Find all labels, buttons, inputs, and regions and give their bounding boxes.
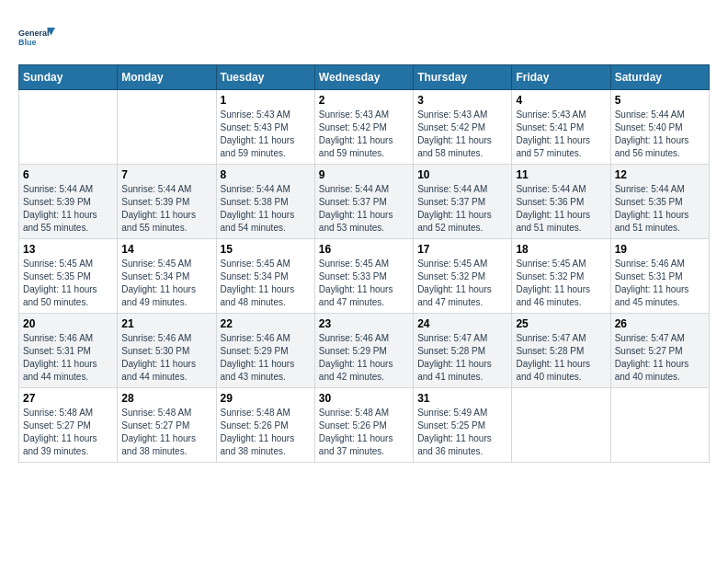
calendar-cell: 1Sunrise: 5:43 AM Sunset: 5:43 PM Daylig… — [216, 90, 314, 165]
day-info: Sunrise: 5:45 AM Sunset: 5:32 PM Dayligh… — [516, 258, 606, 309]
calendar-table: SundayMondayTuesdayWednesdayThursdayFrid… — [18, 64, 710, 463]
calendar-cell: 30Sunrise: 5:48 AM Sunset: 5:26 PM Dayli… — [314, 388, 413, 463]
calendar-cell: 12Sunrise: 5:44 AM Sunset: 5:35 PM Dayli… — [610, 165, 709, 239]
weekday-header: Monday — [118, 65, 216, 90]
day-number: 6 — [23, 168, 113, 181]
day-info: Sunrise: 5:45 AM Sunset: 5:34 PM Dayligh… — [121, 258, 211, 309]
day-number: 18 — [516, 243, 606, 256]
day-number: 24 — [417, 317, 507, 330]
weekday-header: Sunday — [19, 65, 118, 90]
day-number: 28 — [121, 392, 211, 405]
day-number: 13 — [23, 243, 113, 256]
day-number: 5 — [615, 94, 705, 107]
day-info: Sunrise: 5:48 AM Sunset: 5:26 PM Dayligh… — [221, 407, 311, 458]
day-info: Sunrise: 5:44 AM Sunset: 5:39 PM Dayligh… — [23, 183, 113, 235]
calendar-cell: 29Sunrise: 5:48 AM Sunset: 5:26 PM Dayli… — [216, 388, 314, 463]
day-info: Sunrise: 5:43 AM Sunset: 5:43 PM Dayligh… — [221, 109, 311, 160]
day-number: 29 — [221, 392, 311, 405]
header: GeneralBlue — [18, 18, 710, 55]
calendar-cell: 22Sunrise: 5:46 AM Sunset: 5:29 PM Dayli… — [216, 314, 314, 388]
svg-text:Blue: Blue — [18, 38, 37, 47]
calendar-cell: 20Sunrise: 5:46 AM Sunset: 5:31 PM Dayli… — [19, 314, 118, 388]
weekday-header: Saturday — [610, 65, 709, 90]
day-info: Sunrise: 5:48 AM Sunset: 5:26 PM Dayligh… — [319, 407, 409, 458]
day-number: 9 — [319, 168, 409, 181]
calendar-week-row: 27Sunrise: 5:48 AM Sunset: 5:27 PM Dayli… — [19, 388, 710, 463]
day-info: Sunrise: 5:48 AM Sunset: 5:27 PM Dayligh… — [121, 407, 211, 458]
day-number: 7 — [121, 168, 211, 181]
calendar-cell: 19Sunrise: 5:46 AM Sunset: 5:31 PM Dayli… — [610, 239, 709, 314]
calendar-cell: 16Sunrise: 5:45 AM Sunset: 5:33 PM Dayli… — [314, 239, 413, 314]
calendar-cell: 18Sunrise: 5:45 AM Sunset: 5:32 PM Dayli… — [512, 239, 610, 314]
day-number: 17 — [417, 243, 507, 256]
calendar-cell: 31Sunrise: 5:49 AM Sunset: 5:25 PM Dayli… — [414, 388, 512, 463]
calendar-cell: 25Sunrise: 5:47 AM Sunset: 5:28 PM Dayli… — [512, 314, 610, 388]
day-number: 23 — [319, 317, 409, 330]
calendar-cell — [19, 90, 118, 165]
day-info: Sunrise: 5:44 AM Sunset: 5:39 PM Dayligh… — [121, 183, 211, 235]
day-number: 27 — [23, 392, 113, 405]
calendar-cell: 9Sunrise: 5:44 AM Sunset: 5:37 PM Daylig… — [314, 165, 413, 239]
calendar-week-row: 13Sunrise: 5:45 AM Sunset: 5:35 PM Dayli… — [19, 239, 710, 314]
day-number: 16 — [319, 243, 409, 256]
day-number: 12 — [615, 168, 705, 181]
calendar-cell: 2Sunrise: 5:43 AM Sunset: 5:42 PM Daylig… — [314, 90, 413, 165]
day-number: 19 — [615, 243, 705, 256]
day-number: 15 — [221, 243, 311, 256]
day-number: 25 — [516, 317, 606, 330]
day-info: Sunrise: 5:45 AM Sunset: 5:34 PM Dayligh… — [221, 258, 311, 309]
day-number: 4 — [516, 94, 606, 107]
day-number: 10 — [417, 168, 507, 181]
calendar-cell — [610, 388, 709, 463]
day-number: 30 — [319, 392, 409, 405]
day-info: Sunrise: 5:46 AM Sunset: 5:29 PM Dayligh… — [319, 332, 409, 384]
day-number: 26 — [615, 317, 705, 330]
day-info: Sunrise: 5:46 AM Sunset: 5:29 PM Dayligh… — [221, 332, 311, 384]
calendar-cell: 21Sunrise: 5:46 AM Sunset: 5:30 PM Dayli… — [118, 314, 216, 388]
logo: GeneralBlue — [18, 18, 55, 55]
day-info: Sunrise: 5:46 AM Sunset: 5:30 PM Dayligh… — [121, 332, 211, 384]
calendar-cell: 27Sunrise: 5:48 AM Sunset: 5:27 PM Dayli… — [19, 388, 118, 463]
calendar-cell: 5Sunrise: 5:44 AM Sunset: 5:40 PM Daylig… — [610, 90, 709, 165]
weekday-header: Wednesday — [314, 65, 413, 90]
weekday-header: Tuesday — [216, 65, 314, 90]
day-info: Sunrise: 5:46 AM Sunset: 5:31 PM Dayligh… — [615, 258, 705, 309]
calendar-cell — [118, 90, 216, 165]
calendar-cell: 23Sunrise: 5:46 AM Sunset: 5:29 PM Dayli… — [314, 314, 413, 388]
calendar-cell: 26Sunrise: 5:47 AM Sunset: 5:27 PM Dayli… — [610, 314, 709, 388]
day-number: 2 — [319, 94, 409, 107]
calendar-cell: 17Sunrise: 5:45 AM Sunset: 5:32 PM Dayli… — [414, 239, 512, 314]
day-number: 31 — [417, 392, 507, 405]
calendar-cell: 8Sunrise: 5:44 AM Sunset: 5:38 PM Daylig… — [216, 165, 314, 239]
logo-icon: GeneralBlue — [18, 18, 55, 55]
day-info: Sunrise: 5:49 AM Sunset: 5:25 PM Dayligh… — [417, 407, 507, 458]
calendar-cell: 3Sunrise: 5:43 AM Sunset: 5:42 PM Daylig… — [414, 90, 512, 165]
day-info: Sunrise: 5:46 AM Sunset: 5:31 PM Dayligh… — [23, 332, 113, 384]
day-number: 1 — [221, 94, 311, 107]
calendar-cell: 13Sunrise: 5:45 AM Sunset: 5:35 PM Dayli… — [19, 239, 118, 314]
day-info: Sunrise: 5:44 AM Sunset: 5:35 PM Dayligh… — [615, 183, 705, 235]
day-info: Sunrise: 5:44 AM Sunset: 5:38 PM Dayligh… — [221, 183, 311, 235]
svg-text:General: General — [18, 29, 50, 38]
day-number: 3 — [417, 94, 507, 107]
day-number: 20 — [23, 317, 113, 330]
day-info: Sunrise: 5:44 AM Sunset: 5:40 PM Dayligh… — [615, 109, 705, 160]
day-number: 14 — [121, 243, 211, 256]
day-number: 21 — [121, 317, 211, 330]
day-info: Sunrise: 5:47 AM Sunset: 5:27 PM Dayligh… — [615, 332, 705, 384]
day-number: 11 — [516, 168, 606, 181]
calendar-cell: 10Sunrise: 5:44 AM Sunset: 5:37 PM Dayli… — [414, 165, 512, 239]
calendar-cell: 4Sunrise: 5:43 AM Sunset: 5:41 PM Daylig… — [512, 90, 610, 165]
calendar-cell: 15Sunrise: 5:45 AM Sunset: 5:34 PM Dayli… — [216, 239, 314, 314]
day-number: 22 — [221, 317, 311, 330]
calendar-cell: 24Sunrise: 5:47 AM Sunset: 5:28 PM Dayli… — [414, 314, 512, 388]
calendar-cell — [512, 388, 610, 463]
calendar-week-row: 6Sunrise: 5:44 AM Sunset: 5:39 PM Daylig… — [19, 165, 710, 239]
day-info: Sunrise: 5:47 AM Sunset: 5:28 PM Dayligh… — [516, 332, 606, 384]
day-info: Sunrise: 5:43 AM Sunset: 5:41 PM Dayligh… — [516, 109, 606, 160]
calendar-cell: 11Sunrise: 5:44 AM Sunset: 5:36 PM Dayli… — [512, 165, 610, 239]
day-info: Sunrise: 5:44 AM Sunset: 5:37 PM Dayligh… — [319, 183, 409, 235]
weekday-header: Thursday — [414, 65, 512, 90]
calendar-week-row: 20Sunrise: 5:46 AM Sunset: 5:31 PM Dayli… — [19, 314, 710, 388]
day-info: Sunrise: 5:45 AM Sunset: 5:33 PM Dayligh… — [319, 258, 409, 309]
